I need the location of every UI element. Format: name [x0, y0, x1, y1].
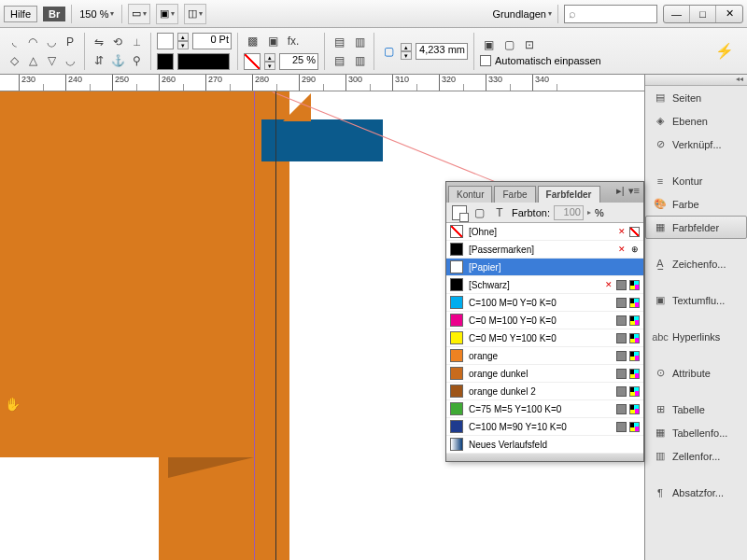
- view-options-icon[interactable]: ▭: [128, 4, 150, 24]
- panel-item-verknpf[interactable]: ⊘Verknüpf...: [645, 133, 747, 156]
- fit-frame-icon[interactable]: ▢: [500, 36, 517, 53]
- swatch-row[interactable]: [Passermarken]✕⊕: [446, 241, 643, 259]
- corner-icon[interactable]: ◇: [6, 52, 22, 69]
- maximize-button[interactable]: □: [690, 6, 716, 22]
- frame-fit-icon[interactable]: ▢: [380, 43, 397, 60]
- rotate-icon[interactable]: ⟲: [109, 34, 126, 50]
- swatch-row[interactable]: [Papier]: [446, 259, 643, 276]
- container-icon[interactable]: ▢: [471, 204, 487, 221]
- wrap-icon[interactable]: ▤: [331, 34, 347, 50]
- swatch-row[interactable]: Neues Verlaufsfeld: [446, 436, 643, 454]
- close-button[interactable]: ✕: [716, 6, 742, 22]
- swatch-row[interactable]: C=0 M=100 Y=0 K=0: [446, 312, 643, 329]
- corner-icon[interactable]: ◟: [6, 34, 22, 50]
- panel-icon: ▤: [654, 91, 667, 105]
- swatch-row[interactable]: orange dunkel: [446, 365, 643, 383]
- swatch-row[interactable]: C=75 M=5 Y=100 K=0: [446, 400, 643, 418]
- anchor-icon[interactable]: ⚓: [109, 52, 126, 69]
- artwork-shape[interactable]: [168, 457, 254, 478]
- wrap-icon[interactable]: ▥: [351, 52, 368, 69]
- swatch-row[interactable]: C=0 M=0 Y=100 K=0: [446, 329, 643, 347]
- opacity-input[interactable]: 25 %: [279, 53, 318, 70]
- tint-input[interactable]: 100: [554, 205, 584, 220]
- vertical-guide[interactable]: [275, 91, 276, 560]
- swatch-row[interactable]: orange: [446, 347, 643, 365]
- swatch-row[interactable]: orange dunkel 2: [446, 383, 643, 400]
- anchor-icon[interactable]: ⟂: [128, 34, 145, 50]
- stroke-weight-input[interactable]: 0 Pt: [192, 33, 232, 49]
- fill-stroke-proxy[interactable]: [452, 205, 467, 220]
- ref-dimension-input[interactable]: 4,233 mm: [416, 43, 468, 60]
- corner-icon[interactable]: ◠: [24, 34, 41, 50]
- workspace-switcher[interactable]: Grundlagen: [493, 8, 553, 20]
- search-input[interactable]: [564, 5, 657, 23]
- corner-icon[interactable]: △: [24, 52, 41, 69]
- dropshadow-icon[interactable]: ▣: [264, 33, 281, 49]
- swatch-chip: [450, 385, 463, 398]
- autofit-checkbox[interactable]: [480, 55, 491, 66]
- panel-item-tabellenfo[interactable]: ▦Tabellenfo...: [645, 421, 747, 444]
- panel-item-absatzfor[interactable]: ¶Absatzfor...: [645, 481, 747, 504]
- flip-v-icon[interactable]: ⇵: [91, 52, 107, 69]
- anchor-icon[interactable]: ⚲: [128, 52, 145, 69]
- hand-cursor-icon: ✋: [5, 397, 21, 412]
- artwork-shape[interactable]: [261, 119, 383, 161]
- none-swatch[interactable]: [244, 53, 261, 70]
- panel-item-hyperlinks[interactable]: abcHyperlinks: [645, 325, 747, 348]
- swatch-name: [Schwarz]: [469, 280, 598, 290]
- swatch-row[interactable]: C=100 M=0 Y=0 K=0: [446, 294, 643, 312]
- corner-icon[interactable]: ◡: [62, 52, 78, 69]
- help-menu[interactable]: Hilfe: [4, 6, 37, 22]
- arrange-icon[interactable]: ◫: [184, 4, 206, 24]
- fill-swatch[interactable]: [157, 33, 174, 49]
- corner-icon[interactable]: ▽: [43, 52, 60, 69]
- panel-item-zellenfor[interactable]: ▥Zellenfor...: [645, 444, 747, 468]
- separator: [324, 33, 325, 70]
- ref-stepper[interactable]: ▴▾: [401, 43, 412, 60]
- tint-slider-icon[interactable]: ▸: [587, 208, 591, 217]
- flip-h-icon[interactable]: ⇋: [91, 34, 107, 50]
- swatch-row[interactable]: C=100 M=90 Y=10 K=0: [446, 418, 643, 436]
- swatch-row[interactable]: [Schwarz]✕: [446, 276, 643, 294]
- zoom-level[interactable]: 150 %: [78, 7, 116, 21]
- bridge-button[interactable]: Br: [43, 7, 65, 21]
- panel-item-farbe[interactable]: 🎨Farbe: [645, 192, 747, 216]
- tab-kontur[interactable]: Kontur: [448, 186, 492, 203]
- horizontal-ruler[interactable]: 230240250260270280290300310320330340: [0, 75, 747, 91]
- fx-icon[interactable]: fx.: [285, 33, 302, 49]
- minimize-button[interactable]: —: [664, 6, 690, 22]
- stroke-swatch[interactable]: [157, 53, 174, 70]
- panel-item-ebenen[interactable]: ◈Ebenen: [645, 109, 747, 133]
- tab-farbfelder[interactable]: Farbfelder: [538, 186, 600, 203]
- panel-item-seiten[interactable]: ▤Seiten: [645, 86, 747, 109]
- panel-item-farbfelder[interactable]: ▦Farbfelder: [645, 216, 747, 239]
- center-icon[interactable]: ⊡: [521, 36, 538, 53]
- wrap-icon[interactable]: ▥: [351, 34, 368, 50]
- wrap-icon[interactable]: ▤: [331, 52, 347, 69]
- ruler-tick: 230: [19, 75, 65, 91]
- artwork-shape[interactable]: [0, 91, 255, 457]
- screen-mode-icon[interactable]: ▣: [156, 4, 178, 24]
- dock-collapse-bar[interactable]: ◂◂: [645, 75, 747, 86]
- collapse-icon[interactable]: ▸|: [616, 185, 625, 197]
- panel-item-attribute[interactable]: ⊙Attribute: [645, 361, 747, 385]
- opacity-stepper[interactable]: ▴▾: [264, 53, 275, 70]
- fit-content-icon[interactable]: ▣: [480, 36, 497, 53]
- swatch-chip: [450, 402, 463, 415]
- opacity-icon[interactable]: ▩: [244, 33, 261, 49]
- panel-item-kontur[interactable]: ≡Kontur: [645, 169, 747, 192]
- path-p-icon[interactable]: P: [62, 34, 78, 50]
- vertical-guide[interactable]: [254, 91, 255, 560]
- panel-menu-icon[interactable]: ▾≡: [628, 185, 640, 197]
- panel-item-textumflu[interactable]: ▣Textumflu...: [645, 288, 747, 312]
- quick-apply-icon[interactable]: ⚡: [715, 42, 741, 60]
- panel-item-zeichenfo[interactable]: A̲Zeichenfo...: [645, 252, 747, 275]
- stroke-style-dropdown[interactable]: [177, 53, 230, 70]
- panel-item-tabelle[interactable]: ⊞Tabelle: [645, 398, 747, 421]
- tab-farbe[interactable]: Farbe: [494, 186, 535, 203]
- stroke-weight-stepper[interactable]: ▴▾: [177, 33, 189, 49]
- text-icon[interactable]: T: [491, 204, 508, 221]
- swatch-row[interactable]: [Ohne]✕: [446, 223, 643, 241]
- corner-icon[interactable]: ◡: [43, 34, 60, 50]
- ruler-tick: 240: [65, 75, 112, 91]
